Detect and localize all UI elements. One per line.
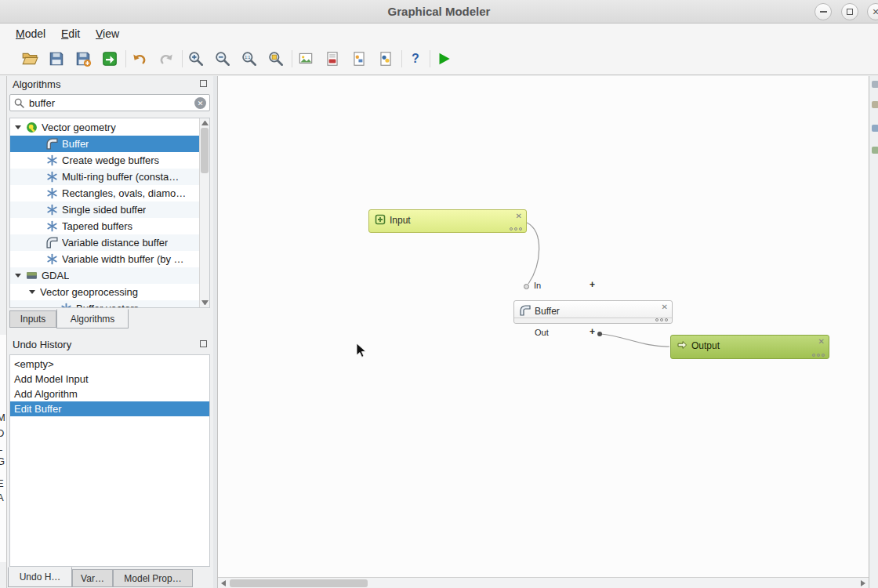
tree-item-create-wedge-buffers[interactable]: Create wedge buffers — [10, 152, 201, 169]
model-canvas[interactable]: Input ✕ In + Buffer ✕ Out + Output ✕ — [218, 76, 869, 588]
export-as-image-button[interactable] — [295, 48, 317, 70]
search-icon — [14, 98, 24, 108]
undo-button[interactable] — [129, 48, 151, 70]
float-panel-icon[interactable] — [200, 80, 207, 87]
cropped-right-panel — [869, 76, 878, 588]
tree-group-vector-geometry[interactable]: Vector geometry — [10, 119, 201, 136]
algorithm-icon — [46, 154, 58, 166]
tree-item-rectangles-ovals[interactable]: Rectangles, ovals, diamo… — [10, 185, 201, 201]
tree-group-vector-geoprocessing[interactable]: Vector geoprocessing — [10, 284, 201, 300]
toolbar: 1:1 ? — [0, 45, 878, 75]
toolbar-separator — [125, 50, 126, 67]
out-socket[interactable] — [597, 332, 602, 336]
model-input-node[interactable]: Input ✕ — [368, 209, 527, 233]
algorithms-dock-title: Algorithms — [13, 78, 60, 90]
run-model-button[interactable] — [433, 48, 455, 70]
scroll-left-icon[interactable] — [221, 580, 226, 586]
tree-item-variable-width-buffer[interactable]: Variable width buffer (by … — [10, 251, 201, 267]
cropped-panel-icon — [872, 101, 878, 108]
expand-outputs-icon[interactable]: + — [590, 326, 595, 337]
tab-algorithms[interactable]: Algorithms — [56, 309, 129, 328]
scroll-up-icon[interactable] — [201, 121, 209, 125]
save-in-project-button[interactable] — [99, 48, 121, 70]
tab-variables[interactable]: Var… — [72, 569, 113, 587]
tab-model-properties[interactable]: Model Prop… — [113, 569, 193, 587]
menu-model[interactable]: Model — [9, 26, 52, 42]
expander-icon[interactable] — [15, 274, 21, 278]
zoom-in-button[interactable] — [185, 48, 207, 70]
tree-group-gdal[interactable]: GDAL — [10, 267, 201, 284]
float-panel-icon[interactable] — [200, 340, 207, 347]
clear-search-icon[interactable]: ✕ — [194, 97, 206, 109]
algorithm-icon — [46, 204, 58, 216]
algorithm-icon — [60, 303, 72, 308]
buffer-algorithm-node[interactable]: Buffer ✕ — [513, 300, 673, 324]
menubar: Model Edit View — [0, 24, 878, 45]
cropped-panel-icon — [872, 147, 878, 154]
open-model-button[interactable] — [19, 48, 41, 70]
undo-item-edit-buffer[interactable]: Edit Buffer — [10, 401, 209, 416]
model-output-node[interactable]: Output ✕ — [670, 335, 829, 359]
scrollbar-thumb[interactable] — [201, 128, 209, 173]
remove-node-icon[interactable]: ✕ — [516, 212, 522, 220]
export-svg-icon — [350, 50, 368, 67]
save-model-button[interactable] — [45, 48, 67, 70]
expander-icon[interactable] — [15, 125, 21, 129]
export-as-pdf-button[interactable] — [321, 48, 343, 70]
toolbar-separator — [182, 50, 183, 67]
svg-text:1:1: 1:1 — [245, 55, 250, 60]
export-as-svg-button[interactable] — [348, 48, 370, 70]
folder-open-icon — [21, 50, 38, 67]
titlebar: Graphical Modeler ✕ — [0, 0, 878, 24]
tree-item-variable-distance-buffer[interactable]: Variable distance buffer — [10, 234, 201, 251]
expand-inputs-icon[interactable]: + — [590, 279, 595, 290]
tree-item-tapered-buffers[interactable]: Tapered buffers — [10, 218, 201, 234]
export-script-icon — [377, 50, 394, 67]
undo-item-empty[interactable]: <empty> — [10, 357, 209, 372]
undo-item-add-model-input[interactable]: Add Model Input — [10, 372, 209, 387]
zoom-full-icon — [267, 50, 285, 67]
search-input[interactable] — [29, 96, 186, 110]
buffer-algorithm-icon — [520, 305, 531, 316]
zoom-full-button[interactable] — [265, 48, 287, 70]
cropped-panel-icon — [872, 125, 878, 132]
zoom-out-icon — [214, 50, 231, 67]
zoom-actual-button[interactable]: 1:1 — [238, 48, 260, 70]
tree-item-multi-ring-buffer[interactable]: Multi-ring buffer (consta… — [10, 169, 201, 185]
scrollbar-thumb[interactable] — [230, 579, 368, 587]
cropped-panel-icon — [872, 81, 878, 88]
tree-item-buffer-vectors[interactable]: Buffer vectors — [10, 300, 201, 308]
menu-edit[interactable]: Edit — [55, 26, 86, 42]
canvas-hscrollbar[interactable] — [218, 577, 869, 588]
remove-node-icon[interactable]: ✕ — [818, 337, 825, 346]
remove-node-icon[interactable]: ✕ — [662, 303, 668, 311]
redo-button[interactable] — [155, 48, 177, 70]
expander-icon[interactable] — [29, 290, 35, 294]
maximize-button[interactable] — [841, 3, 858, 20]
cropped-left-panel: M D L G E A — [0, 76, 7, 588]
node-fold-dots-icon[interactable] — [655, 318, 668, 321]
tree-scrollbar[interactable] — [199, 118, 209, 307]
undo-item-add-algorithm[interactable]: Add Algorithm — [10, 387, 209, 401]
algorithm-icon — [46, 187, 58, 199]
tree-item-single-sided-buffer[interactable]: Single sided buffer — [10, 201, 201, 218]
zoom-out-button[interactable] — [212, 48, 234, 70]
export-image-icon — [297, 50, 314, 67]
help-button[interactable]: ? — [405, 48, 426, 70]
node-fold-dots-icon[interactable] — [510, 227, 522, 230]
toolbar-separator — [430, 50, 430, 67]
zoom-in-icon — [187, 50, 205, 67]
save-model-as-button[interactable] — [72, 48, 94, 70]
minimize-button[interactable] — [815, 3, 832, 20]
tab-inputs[interactable]: Inputs — [9, 310, 56, 328]
tree-item-buffer[interactable]: Buffer — [10, 136, 201, 152]
node-fold-dots-icon[interactable] — [812, 354, 825, 357]
qgis-provider-icon — [26, 122, 38, 133]
in-socket[interactable] — [524, 284, 529, 289]
menu-view[interactable]: View — [89, 26, 125, 42]
tab-undo-history[interactable]: Undo H… — [8, 567, 72, 587]
mouse-cursor — [356, 343, 368, 358]
export-as-script-button[interactable] — [375, 48, 397, 70]
scroll-right-icon[interactable] — [861, 580, 865, 586]
scroll-down-icon[interactable] — [201, 300, 209, 305]
